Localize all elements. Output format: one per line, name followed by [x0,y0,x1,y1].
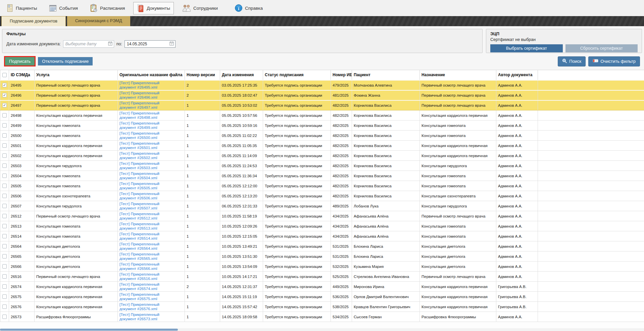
date-from-input[interactable] [65,41,108,47]
calendar-icon[interactable]: 7 [108,41,112,47]
toolbar-item-schedules[interactable]: Расписания [86,2,129,14]
table-row[interactable]: 26516 Первичный осмотр лечащего врача [Т… [0,272,644,282]
table-row[interactable]: 26501 Консультация кардиолога первичная … [0,141,644,151]
row-checkbox[interactable] [2,214,7,218]
file-link[interactable]: [Тест] Прикрепленный документ #26499.xml [119,121,171,130]
row-checkbox[interactable] [2,143,7,148]
file-link[interactable]: [Тест] Прикрепленный документ #26495.xml [119,81,171,90]
row-checkbox[interactable] [2,113,7,117]
row-checkbox[interactable] [2,174,7,178]
file-link[interactable]: [Тест] Прикрепленный документ #26504.xml [119,171,171,181]
row-checkbox[interactable]: ✓ [2,103,7,107]
search-button[interactable]: Поиск [558,56,586,66]
row-checkbox[interactable] [2,153,7,158]
row-checkbox[interactable]: ✓ [2,83,7,87]
toolbar-item-documents[interactable]: Документы [133,2,174,14]
row-checkbox[interactable] [2,294,7,299]
table-row[interactable]: 26502 Консультация кардиолога первичная … [0,151,644,161]
table-row[interactable]: 26576 Консультация кардиолога первичная … [0,302,644,312]
date-to-input[interactable] [126,41,169,47]
row-checkbox[interactable] [2,163,7,168]
horizontal-scrollbar[interactable] [0,328,644,331]
table-row[interactable]: 26565 Консультация диетолога [Тест] Прик… [0,251,644,262]
file-link[interactable]: [Тест] Прикрепленный документ #26576.xml [119,302,171,312]
table-row[interactable]: 26503 Консультация гирудолога [Тест] При… [0,161,644,171]
table-row[interactable]: ✓ 26497 Первичный осмотр лечащего врача … [0,100,644,110]
toolbar-item-patients[interactable]: Пациенты [3,2,41,14]
file-link[interactable]: [Тест] Прикрепленный документ #26516.xml [119,272,171,281]
file-link[interactable]: [Тест] Прикрепленный документ #26573.xml [119,312,171,322]
row-checkbox[interactable]: ✓ [2,93,7,97]
table-row[interactable]: 26573 Расшифровка Флюорограммы [Тест] Пр… [0,312,644,322]
table-row[interactable]: 26512 Первичный осмотр лечащего врача [Т… [0,211,644,221]
file-link[interactable]: [Тест] Прикрепленный документ #26507.xml [119,201,171,211]
table-row[interactable]: 26564 Консультация диетолога [Тест] Прик… [0,241,644,251]
row-checkbox[interactable] [2,123,7,128]
row-checkbox[interactable] [2,204,7,208]
table-row[interactable]: 26566 Консультация диетолога [Тест] Прик… [0,262,644,272]
file-link[interactable]: [Тест] Прикрепленный документ #26513.xml [119,222,171,231]
file-link[interactable]: [Тест] Прикрепленный документ #26502.xml [119,151,171,160]
row-checkbox[interactable] [2,194,7,198]
horizontal-scrollbar-thumb[interactable] [0,329,178,331]
select-all-checkbox[interactable] [2,73,7,77]
file-link[interactable]: [Тест] Прикрепленный документ #26565.xml [119,252,171,261]
file-link[interactable]: [Тест] Прикрепленный документ #26498.xml [119,111,171,120]
row-checkbox[interactable] [2,184,7,188]
row-checkbox[interactable] [2,224,7,228]
file-link[interactable]: [Тест] Прикрепленный документ #26497.xml [119,101,171,110]
row-checkbox[interactable] [2,244,7,248]
table-row[interactable]: 26575 Консультация кардиолога первичная … [0,292,644,302]
file-link[interactable]: [Тест] Прикрепленный документ #26501.xml [119,141,171,150]
file-link[interactable]: [Тест] Прикрепленный документ #26512.xml [119,211,171,221]
calendar-icon[interactable]: 7 [169,41,174,47]
toolbar-item-events[interactable]: События [45,2,82,14]
file-link[interactable]: [Тест] Прикрепленный документ #26500.xml [119,131,171,140]
row-checkbox[interactable] [2,274,7,279]
decline-signing-button[interactable]: Отклонить подписание [38,57,93,65]
select-certificate-button[interactable]: Выбрать сертификат [490,44,563,52]
table-row[interactable]: 26513 Консультация гомеопата [Тест] Прик… [0,221,644,231]
reset-certificate-button[interactable]: Сбросить сертификат [565,44,638,52]
events-icon [49,4,57,12]
row-checkbox[interactable] [2,133,7,138]
table-row[interactable]: 26506 Консультация озонотерапевта [Тест]… [0,191,644,201]
tab-document-signing[interactable]: Подписание документов [1,16,66,26]
table-row[interactable]: ✓ 26495 Первичный осмотр лечащего врача … [0,80,644,90]
tab-remd-sync[interactable]: Синхронизация с РЭМД [67,16,130,26]
row-checkbox[interactable] [2,315,7,319]
cell-status: Требуется подпись организации [263,231,331,241]
row-checkbox[interactable] [2,304,7,309]
file-link[interactable]: [Тест] Прикрепленный документ #26564.xml [119,242,171,251]
cell-date: 10.05.2025 13:49:21 [220,241,263,251]
toolbar-item-help[interactable]: i Справка [231,2,266,14]
table-row[interactable]: 26574 Консультация кардиолога первичная … [0,282,644,292]
toolbar-item-employees[interactable]: Сотрудники [179,2,221,14]
table-row[interactable]: 26514 Консультация гомеопата [Тест] Прик… [0,231,644,241]
file-link[interactable]: [Тест] Прикрепленный документ #26514.xml [119,232,171,241]
table-row[interactable]: 26504 Консультация гомеопата [Тест] Прик… [0,171,644,181]
table-row[interactable]: 26505 Консультация гомеопата [Тест] Прик… [0,181,644,191]
table-row[interactable]: ✓ 26496 Первичный осмотр лечащего врача … [0,90,644,100]
cell-patient: Фокина Жанна [352,90,420,100]
row-checkbox[interactable] [2,254,7,258]
file-link[interactable]: [Тест] Прикрепленный документ #26496.xml [119,91,171,100]
file-link[interactable]: [Тест] Прикрепленный документ #26503.xml [119,161,171,171]
table-row[interactable]: 26498 Консультация кардиолога первичная … [0,110,644,121]
cell-author: Админов А.А. [496,241,538,251]
file-link[interactable]: [Тест] Прикрепленный документ #26566.xml [119,262,171,271]
file-link[interactable]: [Тест] Прикрепленный документ #26506.xml [119,191,171,201]
table-row[interactable]: 26507 Консультация гирудолога [Тест] При… [0,201,644,211]
documents-table: ID СЭМДа Услуга Оригинальное название фа… [0,70,644,322]
file-link[interactable]: [Тест] Прикрепленный документ #26505.xml [119,181,171,191]
row-checkbox[interactable] [2,264,7,269]
row-checkbox[interactable] [2,284,7,289]
table-row[interactable]: 26499 Консультация гомеопата [Тест] Прик… [0,121,644,131]
sign-button[interactable]: Подписать [5,57,35,65]
file-link[interactable]: [Тест] Прикрепленный документ #26574.xml [119,282,171,291]
cell-patient: Корнилова Василиса [352,100,420,110]
table-row[interactable]: 26500 Консультация гомеопата [Тест] Прик… [0,131,644,141]
file-link[interactable]: [Тест] Прикрепленный документ #26575.xml [119,292,171,301]
row-checkbox[interactable] [2,234,7,238]
clear-filter-button[interactable]: Очистить фильтр [588,56,640,66]
